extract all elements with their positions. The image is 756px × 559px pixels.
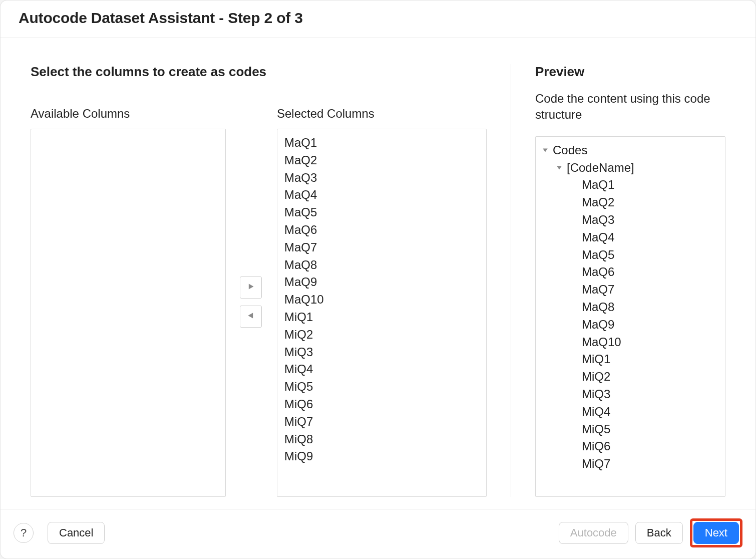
tree-leaf[interactable]: MaQ1	[541, 176, 720, 194]
list-item[interactable]: MaQ1	[284, 134, 479, 152]
autocode-button[interactable]: Autocode	[559, 522, 628, 544]
tree-leaf[interactable]: MaQ6	[541, 263, 720, 281]
tree-node-label: MaQ4	[582, 229, 614, 246]
tree-node-label: MaQ9	[582, 316, 614, 334]
triangle-right-icon	[247, 283, 254, 292]
selected-columns-listbox[interactable]: MaQ1MaQ2MaQ3MaQ4MaQ5MaQ6MaQ7MaQ8MaQ9MaQ1…	[277, 129, 487, 497]
list-item[interactable]: MiQ5	[284, 378, 479, 396]
tree-leaf[interactable]: MaQ10	[541, 334, 720, 351]
tree-node-label: MaQ1	[582, 176, 614, 194]
list-item[interactable]: MaQ6	[284, 221, 479, 239]
list-item[interactable]: MaQ2	[284, 152, 479, 169]
tree-leaf[interactable]: MaQ2	[541, 194, 720, 211]
tree-leaf[interactable]: MaQ4	[541, 229, 720, 246]
list-item[interactable]: MiQ8	[284, 431, 479, 448]
preview-description: Code the content using this code structu…	[535, 91, 725, 123]
next-button-highlight: Next	[690, 518, 742, 547]
help-button[interactable]: ?	[14, 523, 34, 543]
tree-leaf[interactable]: MiQ3	[541, 386, 720, 403]
tree-node-label: MaQ7	[582, 281, 614, 299]
dialog-window: Autocode Dataset Assistant - Step 2 of 3…	[0, 0, 756, 559]
preview-heading: Preview	[535, 64, 725, 80]
tree-leaf[interactable]: MiQ1	[541, 351, 720, 368]
tree-node-label: MiQ5	[582, 421, 610, 438]
tree-leaf[interactable]: MiQ2	[541, 368, 720, 386]
dialog-footer: ? Cancel Autocode Back Next	[1, 509, 755, 558]
tree-node-label: MaQ10	[582, 334, 621, 351]
svg-marker-0	[249, 284, 254, 289]
list-item[interactable]: MaQ9	[284, 273, 479, 291]
tree-node-label: MiQ7	[582, 455, 610, 473]
preview-tree[interactable]: Codes[CodeName]MaQ1MaQ2MaQ3MaQ4MaQ5MaQ6M…	[535, 136, 725, 497]
dialog-body: Select the columns to create as codes Av…	[1, 38, 755, 509]
list-item[interactable]: MaQ7	[284, 239, 479, 256]
next-button[interactable]: Next	[693, 522, 739, 544]
tree-leaf[interactable]: MiQ5	[541, 421, 720, 438]
list-item[interactable]: MaQ4	[284, 186, 479, 204]
selected-columns-group: Selected Columns MaQ1MaQ2MaQ3MaQ4MaQ5MaQ…	[277, 107, 487, 497]
tree-leaf[interactable]: MaQ7	[541, 281, 720, 299]
tree-leaf[interactable]: MiQ7	[541, 455, 720, 473]
list-item[interactable]: MiQ4	[284, 361, 479, 378]
columns-row: Available Columns	[31, 107, 487, 497]
tree-node-label: MiQ3	[582, 386, 610, 403]
list-item[interactable]: MiQ7	[284, 413, 479, 431]
move-right-button[interactable]	[240, 276, 262, 299]
available-columns-group: Available Columns	[31, 107, 226, 497]
available-columns-label: Available Columns	[31, 107, 226, 121]
tree-node-label: MiQ4	[582, 403, 610, 421]
column-selection-heading: Select the columns to create as codes	[31, 64, 487, 80]
tree-node-label: Codes	[553, 142, 587, 159]
tree-node-label: MaQ6	[582, 263, 614, 281]
svg-marker-3	[557, 166, 562, 169]
tree-leaf[interactable]: MaQ5	[541, 246, 720, 264]
list-item[interactable]: MiQ1	[284, 309, 479, 326]
tree-node-label: MiQ2	[582, 368, 610, 386]
back-button[interactable]: Back	[635, 522, 683, 544]
list-item[interactable]: MiQ9	[284, 448, 479, 465]
tree-node-label: MaQ3	[582, 211, 614, 229]
list-item[interactable]: MaQ8	[284, 256, 479, 274]
list-item[interactable]: MiQ2	[284, 326, 479, 344]
tree-leaf[interactable]: MaQ8	[541, 299, 720, 316]
tree-node-label: MiQ6	[582, 438, 610, 455]
tree-node-codename[interactable]: [CodeName]	[541, 159, 720, 177]
move-arrows	[240, 107, 263, 497]
dialog-title: Autocode Dataset Assistant - Step 2 of 3	[1, 1, 755, 38]
help-icon: ?	[21, 526, 27, 539]
cancel-button[interactable]: Cancel	[48, 522, 105, 544]
tree-node-label: MaQ8	[582, 299, 614, 316]
tree-leaf[interactable]: MaQ9	[541, 316, 720, 334]
available-columns-listbox[interactable]	[31, 129, 226, 497]
list-item[interactable]: MiQ6	[284, 396, 479, 413]
chevron-down-icon	[541, 146, 550, 155]
selected-columns-label: Selected Columns	[277, 107, 487, 121]
svg-marker-2	[543, 149, 548, 152]
list-item[interactable]: MaQ10	[284, 291, 479, 309]
list-item[interactable]: MaQ3	[284, 169, 479, 187]
move-left-button[interactable]	[240, 306, 262, 328]
preview-pane: Preview Code the content using this code…	[535, 64, 725, 497]
tree-node-root[interactable]: Codes	[541, 142, 720, 159]
tree-node-label: MaQ2	[582, 194, 614, 211]
triangle-left-icon	[247, 312, 254, 321]
tree-node-label: MiQ1	[582, 351, 610, 368]
list-item[interactable]: MiQ3	[284, 344, 479, 361]
tree-node-label: [CodeName]	[567, 159, 634, 177]
tree-leaf[interactable]: MiQ6	[541, 438, 720, 455]
svg-marker-1	[248, 313, 253, 318]
tree-leaf[interactable]: MiQ4	[541, 403, 720, 421]
list-item[interactable]: MaQ5	[284, 204, 479, 221]
tree-leaf[interactable]: MaQ3	[541, 211, 720, 229]
tree-node-label: MaQ5	[582, 246, 614, 264]
chevron-down-icon	[555, 163, 564, 172]
column-selection-pane: Select the columns to create as codes Av…	[31, 64, 511, 497]
